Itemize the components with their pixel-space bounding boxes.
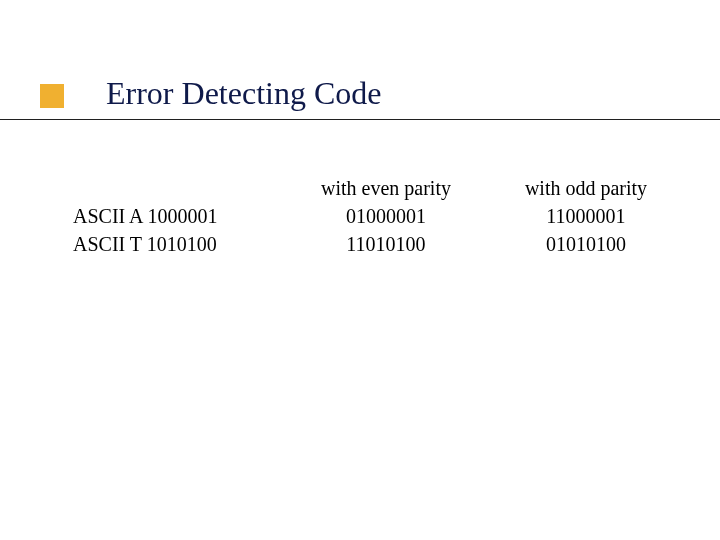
title-underline <box>0 119 720 120</box>
parity-table: with even parity with odd parity ASCII A… <box>73 174 687 258</box>
slide: Error Detecting Code with even parity wi… <box>0 0 720 540</box>
row-even-value: 01000001 <box>281 202 491 230</box>
table-header-row: with even parity with odd parity <box>73 174 687 202</box>
title-bullet-icon <box>40 84 64 108</box>
header-empty <box>73 174 281 202</box>
table-row: ASCII T 1010100 11010100 01010100 <box>73 230 687 258</box>
slide-title: Error Detecting Code <box>106 75 381 112</box>
row-odd-value: 01010100 <box>491 230 681 258</box>
table-row: ASCII A 1000001 01000001 11000001 <box>73 202 687 230</box>
row-label: ASCII T 1010100 <box>73 230 281 258</box>
header-even-parity: with even parity <box>281 174 491 202</box>
row-odd-value: 11000001 <box>491 202 681 230</box>
row-label: ASCII A 1000001 <box>73 202 281 230</box>
row-even-value: 11010100 <box>281 230 491 258</box>
header-odd-parity: with odd parity <box>491 174 681 202</box>
